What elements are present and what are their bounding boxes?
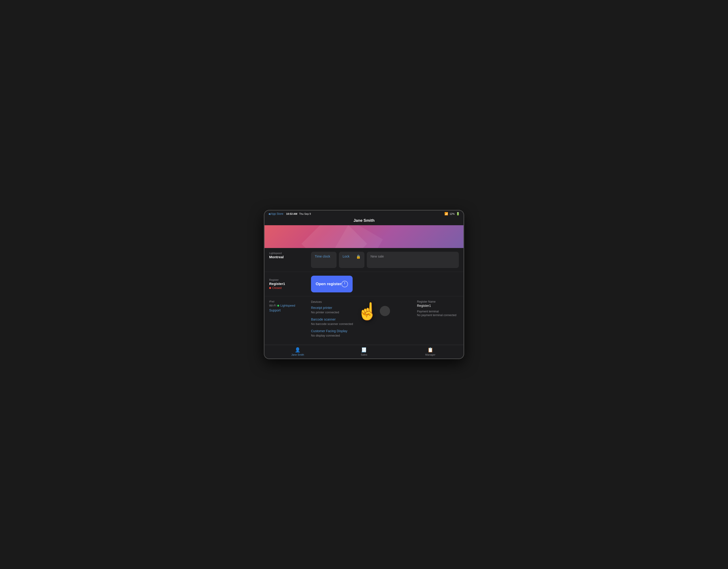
- payment-terminal-status: No payment terminal connected: [417, 314, 459, 317]
- header-title: Jane Smith: [354, 218, 375, 223]
- new-sale-button[interactable]: New sale: [367, 252, 459, 268]
- lock-label: Lock: [343, 255, 350, 258]
- closed-dot: [269, 287, 271, 289]
- current-time: 10:53 AM: [286, 212, 297, 215]
- main-content: Lightspeed Montreal Time clock Lock 🔒 Ne…: [265, 248, 463, 345]
- tab-sales[interactable]: 🧾 Sales: [355, 347, 373, 356]
- register-label: Register Register1 Closed: [269, 278, 306, 290]
- sales-tab-icon: 🧾: [361, 347, 367, 353]
- receipt-printer-item: Receipt printer No printer connected: [311, 306, 412, 314]
- manager-tab-label: Manager: [425, 353, 435, 356]
- register-name-value: Register1: [417, 304, 459, 308]
- location-label: Lightspeed Montreal: [269, 252, 306, 259]
- current-date: Thu Sep 9: [299, 212, 311, 215]
- wifi-icon: 📶: [444, 212, 448, 215]
- wifi-connected-dot: [277, 305, 279, 307]
- lightspeed-sub-label: Lightspeed: [269, 252, 306, 255]
- ipad-screen: ◀ App Store 10:53 AM Thu Sep 9 📶 12% 🔋 J…: [265, 211, 463, 358]
- register-status-line: Closed: [269, 286, 306, 290]
- customer-facing-display-link[interactable]: Customer Facing Display: [311, 329, 412, 333]
- info-section: iPad Wi-Fi Lightspeed Support Devices Re…: [265, 296, 463, 345]
- support-link[interactable]: Support: [269, 308, 281, 312]
- battery-percent: 12%: [450, 212, 455, 215]
- register-section: Register Register1 Closed Open register: [265, 272, 463, 296]
- open-register-button[interactable]: Open register: [311, 276, 353, 292]
- jane-smith-tab-icon: 👤: [295, 347, 301, 353]
- open-register-label: Open register: [316, 282, 341, 286]
- receipt-printer-link[interactable]: Receipt printer: [311, 306, 412, 310]
- receipt-printer-status: No printer connected: [311, 311, 339, 314]
- header: Jane Smith: [265, 216, 463, 225]
- lock-button[interactable]: Lock 🔒: [339, 252, 364, 268]
- barcode-scanner-link[interactable]: Barcode scanner: [311, 318, 412, 321]
- register-name: Register1: [269, 282, 306, 286]
- customer-display-item: Customer Facing Display No display conne…: [311, 329, 412, 337]
- devices-title: Devices: [311, 300, 412, 304]
- wifi-label: Wi-Fi: [269, 304, 276, 307]
- register-status: Closed: [272, 286, 281, 290]
- jane-smith-tab-label: Jane Smith: [291, 353, 304, 356]
- tab-manager[interactable]: 📋 Manager: [421, 347, 440, 356]
- tab-jane-smith[interactable]: 👤 Jane Smith: [288, 347, 307, 356]
- sales-tab-label: Sales: [361, 353, 367, 356]
- ipad-info: iPad Wi-Fi Lightspeed Support: [269, 300, 306, 341]
- lock-icon: 🔒: [356, 255, 361, 259]
- power-icon: [341, 281, 348, 287]
- back-to-appstore[interactable]: ◀ App Store: [268, 212, 283, 215]
- location-section: Lightspeed Montreal Time clock Lock 🔒 Ne…: [265, 248, 463, 272]
- status-bar: ◀ App Store 10:53 AM Thu Sep 9 📶 12% 🔋: [265, 211, 463, 216]
- hero-banner: [265, 225, 463, 248]
- register-name-label: Register Name: [417, 300, 459, 303]
- time-clock-button[interactable]: Time clock: [311, 252, 337, 268]
- customer-facing-display-status: No display connected: [311, 334, 340, 337]
- devices-column: Devices Receipt printer No printer conne…: [311, 300, 412, 341]
- wifi-line: Wi-Fi Lightspeed: [269, 304, 306, 307]
- status-right: 📶 12% 🔋: [444, 212, 460, 215]
- open-register-area: Open register: [311, 276, 459, 292]
- barcode-scanner-status: No barcode scanner connected: [311, 322, 353, 326]
- ipad-sub-label: iPad: [269, 300, 306, 303]
- battery-icon: 🔋: [456, 212, 460, 215]
- location-name: Montreal: [269, 255, 306, 259]
- bottom-tab-bar: 👤 Jane Smith 🧾 Sales 📋 Manager: [265, 345, 463, 358]
- manager-tab-icon: 📋: [427, 347, 433, 353]
- ipad-frame: ◀ App Store 10:53 AM Thu Sep 9 📶 12% 🔋 J…: [264, 210, 464, 359]
- wifi-network-name[interactable]: Lightspeed: [280, 304, 295, 307]
- action-buttons: Time clock Lock 🔒 New sale: [311, 252, 459, 268]
- status-left: ◀ App Store 10:53 AM Thu Sep 9: [268, 212, 311, 215]
- touch-indicator: [380, 306, 390, 316]
- register-sub-label: Register: [269, 278, 306, 281]
- barcode-scanner-item: Barcode scanner No barcode scanner conne…: [311, 318, 412, 326]
- register-info-column: Register Name Register1 Payment terminal…: [417, 300, 459, 341]
- payment-terminal-label: Payment terminal: [417, 310, 459, 313]
